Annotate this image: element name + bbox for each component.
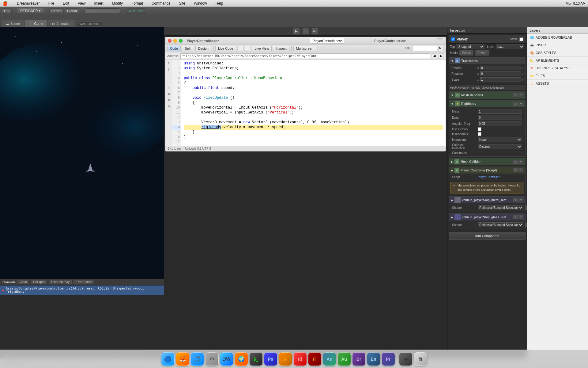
- dock-finder[interactable]: 🔵: [161, 352, 175, 366]
- player-ctrl-settings-btn[interactable]: ⚙: [513, 168, 518, 172]
- address-input[interactable]: [180, 53, 430, 59]
- apple-menu[interactable]: 🍎: [2, 1, 8, 6]
- play-button[interactable]: ▶: [293, 28, 300, 35]
- layer-select[interactable]: Lay...: [496, 44, 524, 49]
- code-left-btn-3[interactable]: ←: [166, 73, 171, 78]
- rot-y-input[interactable]: [525, 71, 526, 76]
- code-left-btn-7[interactable]: ⊟: [166, 98, 171, 103]
- designer-dropdown[interactable]: DESIGNER ▾: [17, 8, 44, 14]
- title-input[interactable]: [413, 46, 437, 51]
- interpolate-select[interactable]: None: [478, 137, 522, 142]
- glass-mat-header[interactable]: ▶ vehicle_playerShip_glass_mat ⚙ ▼: [449, 214, 525, 220]
- layer-item-ap[interactable]: 📐 AP ELEMENTS: [527, 57, 588, 64]
- code-left-btn-8[interactable]: ⚙: [166, 104, 171, 109]
- angular-drag-input[interactable]: [478, 121, 522, 126]
- menu-modify[interactable]: Modify: [110, 1, 125, 6]
- tag-select[interactable]: Untagged: [456, 44, 484, 49]
- menu-window[interactable]: Window: [192, 1, 209, 6]
- layer-item-insert[interactable]: ➕ INSERT: [527, 41, 588, 49]
- drag-input[interactable]: [478, 115, 522, 120]
- select-btn[interactable]: Select: [459, 50, 473, 56]
- player-controller-header[interactable]: ▶ ⚙ Player Controller (Script) ⚙ ▼: [449, 167, 525, 174]
- menu-dreamweaver[interactable]: Dreamweaver: [15, 1, 42, 6]
- use-gravity-checkbox[interactable]: [478, 127, 481, 131]
- metal-mat-settings-btn[interactable]: ⚙: [513, 198, 518, 202]
- console-collapse-btn[interactable]: Collapse: [31, 280, 47, 284]
- close-button[interactable]: [168, 39, 172, 43]
- metal-mat-header[interactable]: ▶ vehicle_playerShip_metal_mat ⚙ ▼: [449, 197, 525, 203]
- layer-item-bc[interactable]: ⚙ BUSINESS CATALYST: [527, 64, 588, 72]
- addr-btn2[interactable]: ▶: [438, 53, 444, 59]
- minimize-button[interactable]: [173, 39, 177, 43]
- dock-au[interactable]: Au: [337, 352, 351, 366]
- dock-other[interactable]: 🗑: [414, 352, 427, 366]
- glass-mat-menu-btn[interactable]: ▼: [518, 215, 523, 219]
- menu-format[interactable]: Format: [130, 1, 145, 6]
- expand-btn[interactable]: [437, 38, 443, 43]
- console-clear-btn[interactable]: Clear: [17, 280, 29, 284]
- menu-view[interactable]: View: [76, 1, 88, 6]
- code-tab-btn[interactable]: PlayerController.cs*: [310, 38, 345, 44]
- game-tab[interactable]: 🎮 Game: [24, 20, 47, 27]
- mesh-menu-btn[interactable]: ▼: [518, 93, 523, 97]
- step-button[interactable]: ⏭: [311, 28, 318, 35]
- dw-btn-1[interactable]: DIV: [2, 8, 12, 14]
- refresh-btn[interactable]: ↻: [438, 46, 444, 51]
- live-view-btn[interactable]: Live View: [252, 46, 272, 51]
- code-left-btn-6[interactable]: ⊞: [166, 92, 171, 97]
- metal-shader-select[interactable]: Reflective/Bumped Specular: [478, 205, 523, 210]
- metal-mat-menu-btn[interactable]: ▼: [518, 198, 523, 202]
- code-content[interactable]: using UnityEngine; using System.Collecti…: [181, 60, 446, 146]
- rigidbody-menu-btn[interactable]: ▼: [518, 102, 523, 106]
- dock-ae[interactable]: Ae: [323, 352, 336, 366]
- console-error-pause-btn[interactable]: Error Pause: [74, 280, 94, 284]
- multiscreen-btn[interactable]: Multiscreen: [293, 46, 316, 51]
- dock-app-1[interactable]: 🦊: [176, 352, 189, 366]
- inspect-btn[interactable]: Inspect: [273, 46, 289, 51]
- code-btn[interactable]: Code: [167, 46, 181, 51]
- inspector-content[interactable]: Player Static Tag Untagged Layer Lay...: [447, 34, 527, 358]
- scale-x-input[interactable]: [480, 77, 521, 82]
- dock-flash[interactable]: Fl: [308, 352, 322, 366]
- layer-item-browserlab[interactable]: 🌐 ADOBE BROWSERLAB: [527, 34, 588, 41]
- menu-file[interactable]: File: [47, 1, 56, 6]
- dock-app-2[interactable]: 🎵: [190, 352, 204, 366]
- glass-mat-settings-btn[interactable]: ⚙: [513, 215, 518, 219]
- split-btn[interactable]: Split: [182, 46, 194, 51]
- dw-search[interactable]: [84, 8, 121, 14]
- collider-menu-btn[interactable]: ▼: [518, 160, 523, 164]
- animation-tab[interactable]: ⏯ Animation: [48, 20, 75, 27]
- pos-y-input[interactable]: [525, 66, 526, 70]
- mesh-renderer-header[interactable]: ▼ ⬡ Mesh Renderer ⚙ ▼: [449, 92, 525, 98]
- pos-x-input[interactable]: [480, 66, 521, 70]
- menu-help[interactable]: Help: [214, 1, 225, 6]
- static-checkbox[interactable]: [519, 37, 523, 41]
- console-clear-on-play-btn[interactable]: Clear on Play: [49, 280, 72, 284]
- collision-select[interactable]: Discrete: [478, 144, 522, 149]
- menu-insert[interactable]: Insert: [92, 1, 105, 6]
- center-btn[interactable]: Center: [49, 8, 64, 14]
- dock-app-3[interactable]: ⚙: [205, 352, 219, 366]
- maximize-button[interactable]: [179, 39, 183, 43]
- menu-edit[interactable]: Edit: [61, 1, 71, 6]
- collider-settings-btn[interactable]: ⚙: [513, 160, 518, 164]
- add-component-button[interactable]: Add Component: [449, 232, 526, 240]
- rigidbody-settings-btn[interactable]: ⚙: [513, 102, 518, 106]
- dock-firefox[interactable]: 🌍: [235, 352, 248, 366]
- dock-app-4[interactable]: DW: [220, 352, 233, 366]
- layer-item-assets[interactable]: 🗂 ASSETS: [527, 80, 588, 87]
- revert-btn[interactable]: Revert: [475, 50, 489, 56]
- object-active-checkbox[interactable]: [451, 37, 455, 41]
- pause-button[interactable]: ⏸: [302, 28, 309, 35]
- layer-item-css[interactable]: 🎨 CSS STYLES: [527, 49, 588, 57]
- scene-tab[interactable]: ⛰ Scene: [2, 20, 24, 27]
- code-left-btn-4[interactable]: →: [166, 79, 171, 84]
- dock-encore[interactable]: En: [367, 352, 380, 366]
- dock-photoshop[interactable]: Ps: [264, 352, 277, 366]
- mesh-collider-header[interactable]: ▶ ◈ Mesh Collider ⚙ ▼: [449, 158, 525, 165]
- menu-site[interactable]: Site: [177, 1, 187, 6]
- glass-shader-select[interactable]: Reflective/Bumped Specular: [478, 222, 523, 227]
- global-btn[interactable]: Global: [65, 8, 79, 14]
- code-left-btn-1[interactable]: ⤴: [166, 61, 171, 66]
- dock-unity[interactable]: ◈: [399, 352, 413, 366]
